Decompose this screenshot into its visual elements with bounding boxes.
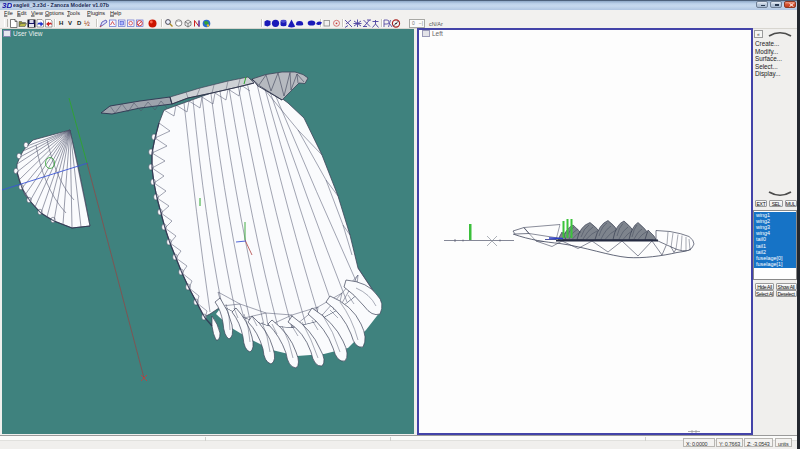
svg-text:3D: 3D — [2, 1, 12, 9]
svg-text:½: ½ — [84, 20, 90, 27]
